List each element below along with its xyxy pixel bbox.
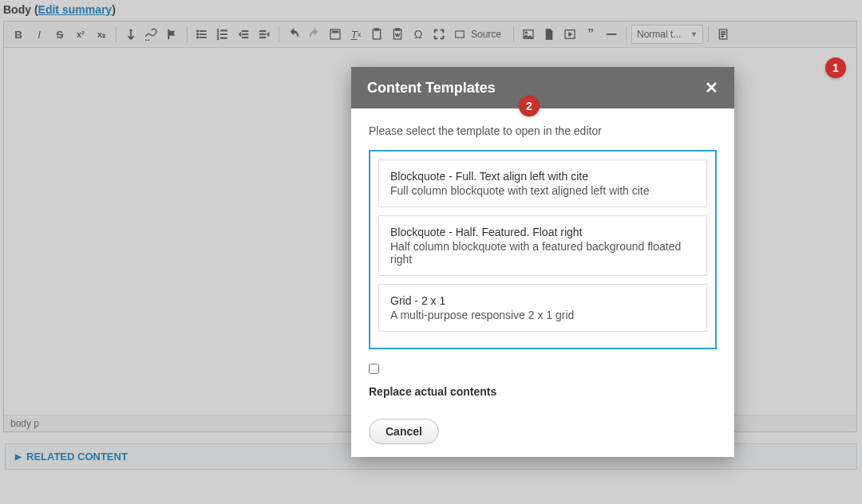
replace-contents-label: Replace actual contents [369, 385, 496, 398]
annotation-badge-2: 2 [519, 96, 540, 116]
template-list[interactable]: Blockquote - Full. Text align left with … [369, 150, 717, 349]
template-desc: Full column blockquote with text aligned… [390, 184, 695, 197]
template-item[interactable]: Blockquote - Full. Text align left with … [378, 159, 707, 207]
template-desc: A multi-purpose responsive 2 x 1 grid [390, 309, 695, 321]
close-icon[interactable]: ✕ [705, 78, 718, 97]
template-title: Grid - 2 x 1 [390, 294, 695, 307]
dialog-message: Please select the template to open in th… [369, 124, 717, 137]
template-item[interactable]: Grid - 2 x 1 A multi-purpose responsive … [378, 284, 707, 332]
content-templates-dialog: Content Templates ✕ Please select the te… [351, 67, 734, 457]
template-desc: Half column blockquote with a featured b… [390, 240, 695, 266]
annotation-badge-1: 1 [825, 57, 846, 78]
dialog-titlebar: Content Templates ✕ [351, 67, 734, 108]
template-item[interactable]: Blockquote - Half. Featured. Float right… [378, 215, 707, 276]
template-title: Blockquote - Full. Text align left with … [390, 170, 695, 183]
cancel-button[interactable]: Cancel [369, 419, 439, 444]
dialog-title: Content Templates [367, 80, 496, 96]
replace-contents-checkbox[interactable] [369, 364, 379, 374]
template-title: Blockquote - Half. Featured. Float right [390, 226, 695, 238]
